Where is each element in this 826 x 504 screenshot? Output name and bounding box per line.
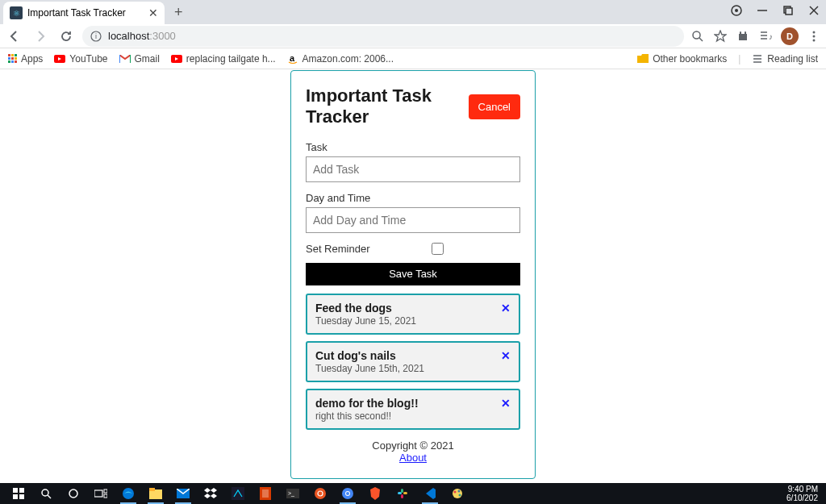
react-favicon-icon: ⚛ (10, 6, 23, 19)
zoom-icon[interactable] (690, 29, 705, 44)
svg-rect-49 (398, 492, 402, 494)
close-icon[interactable] (807, 3, 821, 18)
address-bar[interactable]: i localhost:3000 (82, 26, 684, 47)
svg-rect-41 (262, 489, 269, 498)
clock-time: 9:40 PM (786, 485, 818, 494)
gmail-bookmark[interactable]: Gmail (119, 53, 160, 65)
task-item: demo for the blog!! right this second!! … (306, 389, 520, 430)
cortana-icon[interactable] (64, 485, 83, 502)
url-host: localhost (108, 30, 149, 42)
explorer-icon[interactable] (146, 485, 165, 502)
svg-point-56 (459, 494, 461, 497)
svg-rect-37 (149, 488, 155, 491)
bookmark-label: YouTube (69, 53, 107, 65)
ubuntu-icon[interactable] (311, 485, 330, 502)
browser-tab-bar: ⚛ Important Task Tracker ✕ + (0, 0, 826, 24)
edge-icon[interactable] (119, 485, 138, 502)
task-label: Task (306, 141, 520, 153)
svg-rect-52 (401, 494, 403, 498)
svg-text:i: i (95, 32, 97, 40)
daytime-label: Day and Time (306, 192, 520, 204)
mail-icon[interactable] (173, 485, 193, 502)
reminder-checkbox[interactable] (432, 243, 444, 255)
svg-point-15 (813, 31, 816, 33)
brave-icon[interactable] (365, 485, 385, 502)
bookmark-label: replacing tailgate h... (186, 53, 276, 65)
task-input[interactable] (306, 156, 520, 182)
bookmark-label: Gmail (135, 53, 160, 65)
terminal-icon[interactable]: >_ (283, 485, 302, 502)
slack-icon[interactable] (393, 485, 412, 502)
svg-point-48 (346, 492, 349, 495)
delete-task-icon[interactable]: ✕ (501, 397, 511, 410)
delete-task-icon[interactable]: ✕ (501, 349, 511, 362)
apps-grid-icon (8, 54, 17, 63)
task-date: Tuesday June 15th, 2021 (315, 363, 511, 374)
reading-list-icon[interactable]: ♪ (758, 29, 773, 44)
tab-close-icon[interactable]: ✕ (148, 6, 158, 19)
search-icon[interactable] (36, 485, 56, 502)
menu-icon[interactable] (807, 29, 821, 44)
bookmark-label: Amazon.com: 2006... (302, 53, 394, 65)
youtube-bookmark[interactable]: YouTube (54, 53, 107, 65)
account-icon[interactable] (729, 3, 744, 18)
vscode-icon[interactable] (420, 485, 440, 502)
gmail-icon (119, 53, 131, 65)
maximize-icon[interactable] (781, 3, 795, 18)
bookmark-label: Apps (21, 53, 43, 65)
office-icon[interactable] (256, 485, 275, 502)
svg-text:♪: ♪ (769, 32, 772, 41)
youtube-icon (54, 53, 65, 65)
minimize-icon[interactable] (755, 3, 770, 18)
svg-point-1 (735, 9, 738, 12)
browser-tab[interactable]: ⚛ Important Task Tracker ✕ (3, 2, 165, 24)
new-tab-button[interactable]: + (174, 4, 183, 24)
back-button[interactable] (5, 27, 24, 46)
svg-point-29 (42, 489, 48, 496)
chrome-icon[interactable] (338, 485, 357, 502)
task-name: Cut dog's nails (315, 349, 511, 362)
svg-rect-27 (13, 494, 18, 499)
other-bookmarks[interactable]: Other bookmarks (637, 53, 727, 65)
taskview-icon[interactable] (91, 485, 111, 502)
task-date: right this second!! (315, 410, 511, 422)
profile-avatar[interactable]: D (781, 27, 799, 45)
svg-point-44 (315, 488, 326, 499)
system-tray[interactable]: 9:40 PM 6/10/202 (786, 485, 821, 502)
daytime-input[interactable] (306, 207, 520, 233)
paint-icon[interactable] (448, 485, 467, 502)
svg-point-54 (454, 491, 457, 494)
reload-button[interactable] (56, 27, 76, 46)
apps-bookmark[interactable]: Apps (8, 53, 43, 65)
youtube-icon (171, 53, 182, 65)
svg-point-55 (458, 490, 461, 493)
extensions-icon[interactable] (736, 29, 750, 44)
svg-point-16 (813, 35, 816, 37)
save-task-button[interactable]: Save Task (306, 263, 520, 285)
svg-rect-4 (786, 8, 792, 15)
reading-list-folder-icon (752, 53, 763, 65)
dropbox-icon[interactable] (201, 485, 220, 502)
browser-toolbar: i localhost:3000 ♪ D (0, 24, 826, 48)
svg-point-35 (123, 488, 134, 499)
svg-point-17 (813, 39, 816, 41)
delete-task-icon[interactable]: ✕ (501, 302, 511, 314)
svg-rect-26 (19, 488, 24, 493)
star-icon[interactable] (713, 29, 728, 44)
reading-list-bookmark[interactable]: Reading list (752, 53, 818, 65)
amazon-bookmark[interactable]: a Amazon.com: 2006... (287, 53, 394, 65)
folder-icon (637, 53, 649, 65)
tab-title: Important Task Tracker (27, 7, 144, 19)
svg-line-10 (699, 38, 703, 41)
replacing-bookmark[interactable]: replacing tailgate h... (171, 53, 276, 65)
start-icon[interactable] (9, 485, 28, 502)
page-viewport: Important Task Tracker Cancel Task Day a… (0, 69, 826, 483)
svg-point-53 (453, 489, 462, 498)
cancel-button[interactable]: Cancel (469, 94, 520, 119)
predator-icon[interactable] (228, 485, 248, 502)
task-item: Feed the dogs Tuesday June 15, 2021 ✕ (306, 294, 520, 335)
about-link[interactable]: About (399, 452, 427, 464)
forward-button[interactable] (31, 27, 50, 46)
info-icon: i (90, 31, 102, 42)
task-tracker-card: Important Task Tracker Cancel Task Day a… (290, 70, 536, 479)
